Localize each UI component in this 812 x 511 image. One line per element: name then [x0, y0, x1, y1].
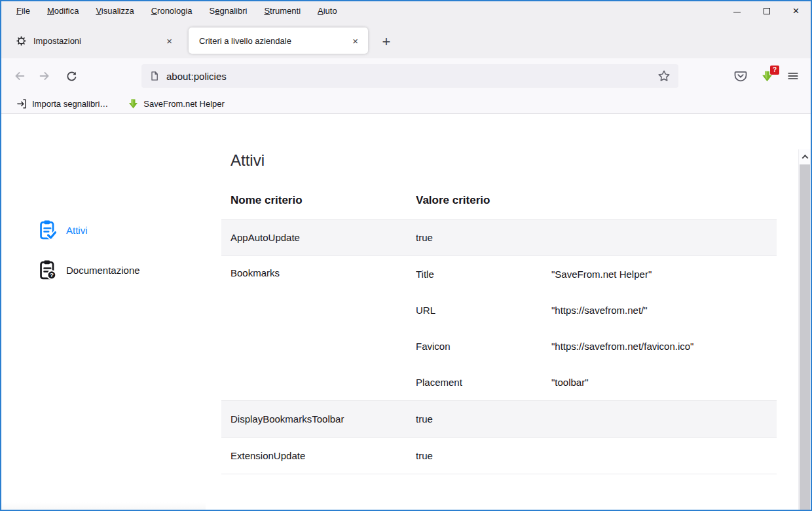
- policies-sidebar: Attivi ? Documentazione: [38, 215, 140, 285]
- policy-value: true: [416, 450, 777, 461]
- maximize-button[interactable]: [752, 1, 781, 20]
- minimize-button[interactable]: [722, 1, 752, 20]
- tab-label: Impostazioni: [33, 36, 164, 46]
- page-icon: [149, 71, 160, 81]
- table-row-extensionupdate: ExtensionUpdate true: [221, 438, 777, 474]
- clipboard-check-icon: [38, 219, 58, 240]
- menu-items: File Modifica Visualizza Cronologia Segn…: [12, 3, 722, 18]
- reload-button[interactable]: [60, 65, 83, 87]
- back-arrow-icon: [13, 70, 25, 82]
- policies-main: Attivi Nome criterio Valore criterio App…: [221, 149, 777, 474]
- policy-value: true: [416, 232, 777, 243]
- close-window-button[interactable]: ×: [781, 1, 811, 20]
- sub-key: Favicon: [416, 341, 551, 352]
- forward-button[interactable]: [34, 65, 56, 87]
- menu-file[interactable]: File: [12, 3, 35, 18]
- tab-bar: Impostazioni × Criteri a livello azienda…: [1, 20, 811, 58]
- menu-bar: File Modifica Visualizza Cronologia Segn…: [1, 1, 811, 20]
- bookmarks-subtable: Title "SaveFrom.net Helper" URL "https:/…: [416, 256, 777, 400]
- hamburger-menu-button[interactable]: [782, 65, 804, 87]
- watermark-lab: Lab.it: [91, 505, 170, 511]
- policy-name: DisplayBookmarksToolbar: [221, 413, 416, 425]
- tab-close-button[interactable]: ×: [350, 35, 360, 47]
- import-icon: [16, 98, 28, 109]
- navigation-toolbar: about:policies ?: [1, 58, 811, 94]
- table-row-displaybookmarkstoolbar: DisplayBookmarksToolbar true: [221, 401, 777, 438]
- sub-value: "SaveFrom.net Helper": [551, 269, 777, 280]
- menu-segnalibri[interactable]: Segnalibri: [205, 3, 252, 18]
- back-button[interactable]: [8, 65, 30, 87]
- window-controls: ×: [722, 1, 811, 20]
- tab-close-button[interactable]: ×: [164, 35, 174, 47]
- url-text: about:policies: [166, 71, 657, 82]
- policies-table: AppAutoUpdate true Bookmarks Title "Save…: [221, 219, 777, 474]
- clipboard-question-icon: ?: [38, 259, 58, 280]
- scrollbar[interactable]: [798, 149, 811, 511]
- sub-value: "https://savefrom.net/": [551, 305, 777, 316]
- bookmark-importa-segnalibri[interactable]: Importa segnalibri…: [13, 96, 111, 111]
- policy-name: AppAutoUpdate: [221, 232, 416, 243]
- bookmark-label: SaveFrom.net Helper: [143, 99, 225, 109]
- subtable-row: Placement "toolbar": [416, 364, 777, 400]
- bookmark-savefrom-helper[interactable]: SaveFrom.net Helper: [124, 96, 228, 111]
- menu-modifica[interactable]: Modifica: [43, 3, 83, 18]
- turbolab-watermark: TurboLab.it: [1, 502, 206, 511]
- scroll-up-button[interactable]: [799, 149, 811, 164]
- pocket-button[interactable]: [729, 65, 752, 87]
- sidebar-label: Attivi: [66, 225, 88, 236]
- tab-impostazioni[interactable]: Impostazioni ×: [7, 28, 182, 54]
- extension-badge: ?: [770, 66, 779, 75]
- menu-aiuto[interactable]: Aiuto: [313, 3, 342, 18]
- maximize-icon: [764, 8, 770, 14]
- policy-name: Bookmarks: [221, 256, 416, 400]
- bookmark-label: Importa segnalibri…: [32, 99, 108, 109]
- table-header: Nome criterio Valore criterio: [221, 190, 777, 211]
- hamburger-icon: [787, 70, 799, 82]
- chevron-up-icon: [802, 154, 808, 161]
- sub-key: Placement: [416, 377, 551, 388]
- gear-icon: [16, 35, 27, 47]
- table-row-appautoupdate: AppAutoUpdate true: [221, 219, 777, 256]
- column-header-name: Nome criterio: [221, 194, 416, 207]
- menu-cronologia[interactable]: Cronologia: [147, 3, 197, 18]
- pocket-icon: [734, 69, 747, 83]
- sidebar-item-documentazione[interactable]: ? Documentazione: [38, 255, 140, 285]
- subtable-row: Title "SaveFrom.net Helper": [416, 256, 777, 292]
- bookmark-star-icon[interactable]: [657, 69, 671, 83]
- policy-name: ExtensionUpdate: [221, 450, 416, 461]
- sub-key: URL: [416, 305, 551, 316]
- savefrom-arrow-icon: [128, 98, 139, 109]
- minimize-icon: [733, 12, 741, 12]
- policy-value: true: [416, 413, 777, 425]
- sidebar-item-attivi[interactable]: Attivi: [38, 215, 140, 245]
- about-policies-page: Attivi ? Documentazione Attivi Nome crit…: [1, 149, 811, 511]
- tab-label: Criteri a livello aziendale: [199, 36, 350, 46]
- sub-value: "https://savefrom.net/favicon.ico": [551, 341, 777, 352]
- bookmarks-toolbar: Importa segnalibri… SaveFrom.net Helper: [1, 94, 811, 114]
- savefrom-extension-button[interactable]: ?: [756, 65, 778, 87]
- firefox-window: File Modifica Visualizza Cronologia Segn…: [0, 0, 812, 511]
- page-title: Attivi: [231, 149, 767, 172]
- subtable-row: Favicon "https://savefrom.net/favicon.ic…: [416, 328, 777, 364]
- sub-value: "toolbar": [551, 377, 777, 388]
- reload-icon: [66, 71, 77, 82]
- watermark-turbo: Turbo: [5, 505, 91, 511]
- tab-criteri-aziendali[interactable]: Criteri a livello aziendale ×: [189, 28, 368, 54]
- close-icon: ×: [793, 5, 800, 16]
- url-bar[interactable]: about:policies: [141, 64, 678, 88]
- svg-text:?: ?: [50, 271, 54, 278]
- subtable-row: URL "https://savefrom.net/": [416, 292, 777, 328]
- new-tab-button[interactable]: +: [375, 30, 398, 54]
- column-header-value: Valore criterio: [416, 194, 777, 207]
- sidebar-label: Documentazione: [66, 265, 140, 276]
- menu-strumenti[interactable]: Strumenti: [259, 3, 305, 18]
- sub-key: Title: [416, 269, 551, 280]
- menu-visualizza[interactable]: Visualizza: [91, 3, 138, 18]
- table-row-bookmarks: Bookmarks Title "SaveFrom.net Helper" UR…: [221, 256, 777, 401]
- forward-arrow-icon: [39, 70, 51, 82]
- scrollbar-thumb[interactable]: [800, 164, 810, 511]
